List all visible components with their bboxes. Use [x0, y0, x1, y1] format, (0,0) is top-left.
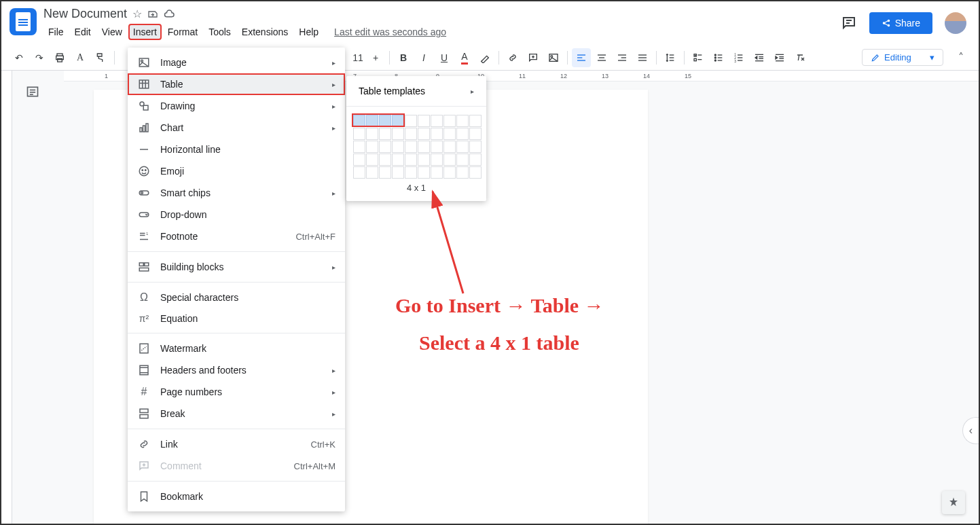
insert-menu-item-image[interactable]: Image▸ [128, 52, 345, 73]
bulleted-list-button[interactable] [709, 48, 728, 67]
insert-menu-item-drawing[interactable]: Drawing▸ [128, 95, 345, 117]
table-grid-cell[interactable] [431, 128, 443, 140]
print-button[interactable] [50, 48, 69, 67]
table-grid-cell[interactable] [379, 166, 391, 179]
table-grid-cell[interactable] [431, 115, 443, 127]
last-edit-link[interactable]: Last edit was seconds ago [334, 26, 446, 37]
collapse-toolbar-button[interactable]: ˄ [951, 48, 970, 67]
explore-button[interactable] [942, 491, 965, 514]
align-justify-button[interactable] [633, 48, 652, 67]
insert-menu-item-break[interactable]: Break▸ [128, 403, 345, 424]
insert-menu-item-bookmark[interactable]: Bookmark [128, 486, 345, 507]
table-grid-cell[interactable] [418, 153, 430, 166]
line-spacing-button[interactable] [661, 48, 680, 67]
insert-menu-item-horizontal-line[interactable]: Horizontal line [128, 139, 345, 160]
font-size-value[interactable]: 11 [350, 52, 366, 63]
table-grid-cell[interactable] [418, 115, 430, 127]
star-icon[interactable]: ☆ [132, 7, 142, 20]
menu-format[interactable]: Format [163, 24, 202, 40]
insert-link-button[interactable] [503, 48, 522, 67]
table-grid-cell[interactable] [443, 166, 456, 179]
insert-menu-item-link[interactable]: LinkCtrl+K [128, 433, 345, 455]
clear-formatting-button[interactable] [791, 48, 810, 67]
underline-button[interactable]: U [435, 48, 454, 67]
table-grid-cell[interactable] [456, 128, 469, 140]
table-grid-cell[interactable] [469, 166, 482, 179]
table-grid-cell[interactable] [366, 128, 378, 140]
insert-menu-item-emoji[interactable]: Emoji [128, 160, 345, 182]
menu-file[interactable]: File [43, 24, 69, 40]
align-right-button[interactable] [613, 48, 632, 67]
table-grid-cell[interactable] [392, 128, 404, 140]
undo-button[interactable]: ↶ [10, 48, 29, 67]
redo-button[interactable]: ↷ [30, 48, 49, 67]
table-grid-cell[interactable] [353, 128, 365, 140]
insert-menu-item-special-characters[interactable]: ΩSpecial characters [128, 287, 345, 308]
table-grid-cell[interactable] [443, 115, 456, 127]
insert-menu-item-building-blocks[interactable]: Building blocks▸ [128, 256, 345, 278]
table-templates-item[interactable]: Table templates ▸ [346, 80, 486, 102]
decrease-indent-button[interactable] [750, 48, 769, 67]
text-color-button[interactable]: A [455, 48, 474, 67]
editing-mode-button[interactable]: Editing ▾ [862, 49, 943, 66]
table-grid-cell[interactable] [392, 141, 404, 153]
table-grid-cell[interactable] [443, 153, 456, 166]
docs-logo-icon[interactable] [10, 8, 37, 35]
table-grid-cell[interactable] [366, 153, 378, 166]
table-grid-cell[interactable] [418, 166, 430, 179]
insert-menu-item-smart-chips[interactable]: Smart chips▸ [128, 182, 345, 204]
insert-menu-item-table[interactable]: Table▸ [128, 73, 345, 95]
numbered-list-button[interactable]: 123 [729, 48, 748, 67]
table-grid-cell[interactable] [392, 153, 404, 166]
spellcheck-button[interactable]: A [71, 48, 90, 67]
insert-menu-item-page-numbers[interactable]: #Page numbers▸ [128, 381, 345, 403]
table-grid-cell[interactable] [456, 141, 469, 153]
menu-tools[interactable]: Tools [204, 24, 236, 40]
table-grid-cell[interactable] [405, 153, 417, 166]
insert-menu-item-chart[interactable]: Chart▸ [128, 117, 345, 139]
table-grid-cell[interactable] [379, 141, 391, 153]
table-grid-cell[interactable] [353, 166, 365, 179]
table-grid-cell[interactable] [431, 166, 443, 179]
align-left-button[interactable] [572, 48, 591, 67]
table-grid-cell[interactable] [456, 115, 469, 127]
share-button[interactable]: Share [869, 12, 932, 34]
table-size-picker[interactable]: 4 x 1 [346, 111, 486, 197]
menu-edit[interactable]: Edit [70, 24, 96, 40]
font-size-increase[interactable]: + [366, 48, 385, 67]
table-grid-cell[interactable] [405, 141, 417, 153]
insert-comment-button[interactable] [524, 48, 543, 67]
table-grid-cell[interactable] [379, 128, 391, 140]
menu-view[interactable]: View [97, 24, 127, 40]
table-grid-cell[interactable] [353, 141, 365, 153]
table-grid-cell[interactable] [366, 166, 378, 179]
table-grid-cell[interactable] [469, 141, 482, 153]
table-grid-cell[interactable] [456, 166, 469, 179]
table-grid-cell[interactable] [469, 115, 482, 127]
table-grid-cell[interactable] [418, 141, 430, 153]
paint-format-button[interactable] [91, 48, 110, 67]
account-avatar[interactable] [945, 12, 966, 34]
table-grid-cell[interactable] [456, 153, 469, 166]
highlight-color-button[interactable] [475, 48, 494, 67]
table-grid-cell[interactable] [405, 115, 417, 127]
table-grid-cell[interactable] [392, 166, 404, 179]
document-outline-button[interactable] [22, 82, 43, 102]
increase-indent-button[interactable] [770, 48, 789, 67]
cloud-status-icon[interactable] [164, 10, 176, 19]
menu-insert[interactable]: Insert [128, 24, 162, 40]
table-grid-cell[interactable] [405, 128, 417, 140]
document-title[interactable]: New Document [43, 7, 127, 21]
table-grid-cell[interactable] [469, 128, 482, 140]
table-grid-cell[interactable] [379, 153, 391, 166]
insert-menu-item-headers-and-footers[interactable]: Headers and footers▸ [128, 359, 345, 381]
table-grid-cell[interactable] [469, 153, 482, 166]
table-grid-cell[interactable] [443, 141, 456, 153]
bold-button[interactable]: B [394, 48, 413, 67]
align-center-button[interactable] [592, 48, 611, 67]
insert-menu-item-footnote[interactable]: 1FootnoteCtrl+Alt+F [128, 225, 345, 247]
table-grid-cell[interactable] [418, 128, 430, 140]
table-grid-cell[interactable] [431, 141, 443, 153]
table-grid-cell[interactable] [443, 128, 456, 140]
menu-help[interactable]: Help [294, 24, 323, 40]
